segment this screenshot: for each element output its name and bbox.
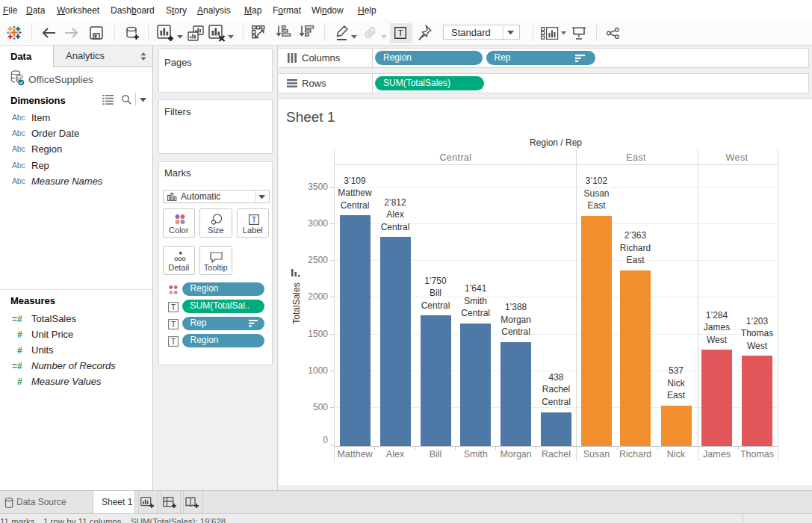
svg-text:T: T [251,216,255,224]
svg-text:T: T [398,28,403,37]
svg-text:T: T [171,337,176,345]
svg-text:T: T [171,320,176,328]
svg-text:T: T [171,303,176,311]
